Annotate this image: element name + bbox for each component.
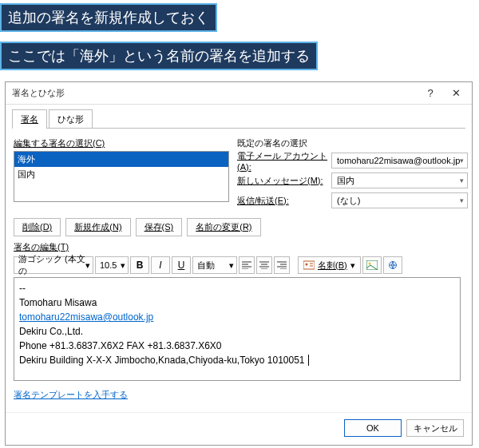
bizcard-button[interactable]: 名刺(B) ▾: [298, 256, 361, 274]
chevron-down-icon: ▾: [85, 260, 90, 271]
account-value: tomoharu22misawa@outlook.jp: [337, 156, 460, 165]
svg-point-13: [306, 264, 308, 266]
cancel-button[interactable]: キャンセル: [406, 419, 464, 437]
chevron-down-icon: ▾: [350, 260, 355, 271]
delete-button[interactable]: 削除(D): [14, 218, 61, 236]
select-signature-label: 編集する署名の選択(C): [14, 137, 237, 149]
dialog-title: 署名とひな形: [12, 87, 65, 99]
chevron-down-icon: ▾: [229, 260, 234, 271]
chevron-down-icon: ▾: [460, 176, 464, 184]
rename-button[interactable]: 名前の変更(R): [187, 218, 260, 236]
close-button[interactable]: ✕: [443, 85, 469, 102]
align-center-button[interactable]: [256, 256, 272, 274]
newmsg-select[interactable]: 国内 ▾: [331, 172, 468, 188]
underline-button[interactable]: U: [172, 256, 191, 274]
insert-image-button[interactable]: [362, 256, 382, 274]
editor-email-line: tomoharu22misawa@outlook.jp: [19, 310, 455, 324]
list-item[interactable]: 国内: [14, 167, 228, 182]
format-toolbar: 游ゴシック (本文の▾ 10.5▾ B I U 自動▾: [14, 256, 464, 274]
reply-select[interactable]: (なし) ▾: [331, 192, 468, 208]
caret: [306, 355, 309, 366]
italic-button[interactable]: I: [151, 256, 170, 274]
new-button[interactable]: 新規作成(N): [65, 218, 130, 236]
editor-line: Dekiru Co.,Ltd.: [19, 324, 455, 339]
list-item[interactable]: 海外: [14, 152, 228, 167]
newmsg-value: 国内: [337, 175, 354, 187]
callout-2: ここでは「海外」という名前の署名を追加する: [0, 42, 318, 70]
account-label: 電子メール アカウント(A):: [237, 150, 331, 172]
insert-link-button[interactable]: [383, 256, 402, 274]
chevron-down-icon: ▾: [460, 196, 464, 204]
align-left-button[interactable]: [239, 256, 255, 274]
reply-value: (なし): [337, 195, 360, 207]
chevron-down-icon: ▾: [460, 157, 464, 165]
editor-line: Phone +81.3.6837.X6X2 FAX +81.3.6837.X6X…: [19, 339, 455, 353]
callout-1: 追加の署名を新規作成しておく: [0, 3, 217, 32]
account-select[interactable]: tomoharu22misawa@outlook.jp ▾: [331, 153, 468, 168]
bizcard-icon: [303, 260, 315, 270]
tab-template[interactable]: ひな形: [49, 109, 93, 129]
image-icon: [366, 260, 378, 270]
get-templates-link[interactable]: 署名テンプレートを入手する: [14, 390, 128, 399]
editor-line: Dekiru Building X-X-X Jimbocho,Knada,Chi…: [19, 353, 455, 367]
editor-line: --: [19, 281, 455, 295]
save-button[interactable]: 保存(S): [136, 218, 183, 236]
tab-signature[interactable]: 署名: [12, 109, 47, 129]
titlebar: 署名とひな形 ? ✕: [6, 82, 472, 105]
signature-listbox[interactable]: 海外 国内: [14, 151, 229, 202]
dialog-window: 署名とひな形 ? ✕ 署名 ひな形 編集する署名の選択(C) 海外 国内 既定の…: [5, 81, 473, 446]
default-signature-label: 既定の署名の選択: [237, 137, 468, 149]
link-icon: [387, 260, 398, 270]
svg-point-17: [368, 263, 370, 265]
dialog-button-row: OK キャンセル: [6, 412, 472, 445]
reply-label: 返信/転送(E):: [237, 195, 331, 207]
help-button[interactable]: ?: [418, 85, 443, 102]
newmsg-label: 新しいメッセージ(M):: [237, 175, 331, 187]
signature-editor[interactable]: -- Tomoharu Misawa tomoharu22misawa@outl…: [14, 277, 461, 381]
dialog-content: 編集する署名の選択(C) 海外 国内 既定の署名の選択 電子メール アカウント(…: [6, 129, 472, 412]
font-select[interactable]: 游ゴシック (本文の▾: [14, 256, 93, 274]
ok-button[interactable]: OK: [344, 419, 402, 437]
bold-button[interactable]: B: [130, 256, 149, 274]
color-select[interactable]: 自動▾: [192, 256, 237, 274]
chevron-down-icon: ▾: [121, 260, 125, 271]
svg-rect-12: [303, 261, 315, 269]
tab-strip: 署名 ひな形: [6, 105, 472, 129]
size-select[interactable]: 10.5▾: [95, 256, 129, 274]
edit-signature-label: 署名の編集(T): [14, 241, 464, 253]
editor-line: Tomoharu Misawa: [19, 295, 455, 310]
align-right-button[interactable]: [274, 256, 290, 274]
